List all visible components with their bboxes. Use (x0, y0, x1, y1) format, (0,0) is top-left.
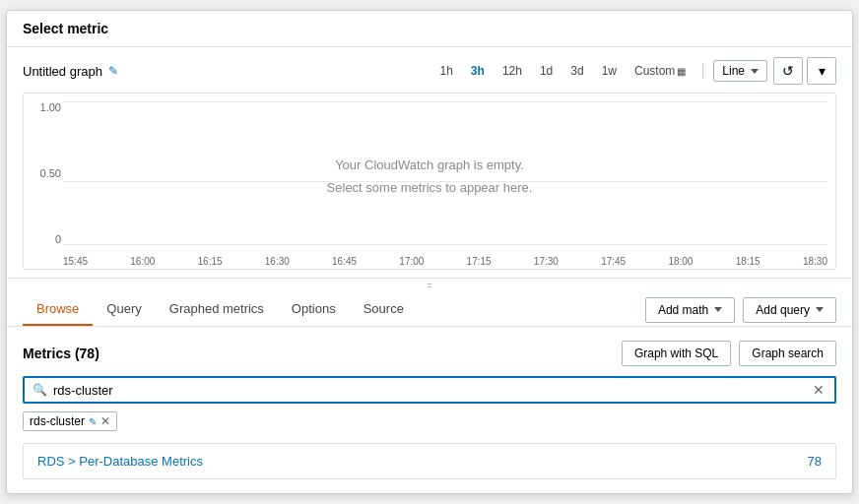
add-math-button[interactable]: Add math (645, 297, 735, 323)
x-4: 16:45 (332, 256, 357, 267)
grid-line-top (63, 101, 827, 102)
refresh-button[interactable]: ↺ (773, 57, 803, 85)
graph-search-button[interactable]: Graph search (739, 341, 836, 366)
metrics-count: (78) (75, 346, 99, 361)
chart-type-label: Line (722, 64, 745, 78)
y-axis: 1.00 0.50 0 (32, 101, 61, 245)
empty-line1: Your CloudWatch graph is empty. (327, 154, 533, 176)
result-item[interactable]: RDS > Per-Database Metrics 78 (24, 444, 835, 478)
time-controls: 1h 3h 12h 1d 3d 1w Custom ▦ (433, 61, 694, 81)
chart-container: 1.00 0.50 0 Your CloudWatch graph is emp… (23, 93, 836, 270)
time-custom[interactable]: Custom ▦ (628, 61, 693, 81)
time-1d[interactable]: 1d (533, 61, 560, 81)
empty-line2: Select some metrics to appear here. (327, 176, 533, 199)
resize-handle[interactable]: = (7, 279, 852, 293)
search-box: 🔍 ✕ (23, 376, 836, 404)
search-icon: 🔍 (33, 383, 47, 397)
divider (702, 63, 703, 79)
x-8: 17:45 (601, 256, 626, 267)
time-12h[interactable]: 12h (496, 61, 529, 81)
add-query-button[interactable]: Add query (743, 297, 836, 323)
tab-browse[interactable]: Browse (23, 293, 93, 326)
results-list: RDS > Per-Database Metrics 78 (23, 443, 836, 479)
tag-edit-icon[interactable]: ✎ (89, 416, 97, 427)
x-5: 17:00 (399, 256, 424, 267)
graph-title-area: Untitled graph ✎ (23, 64, 118, 79)
tab-graphed-metrics[interactable]: Graphed metrics (156, 293, 278, 326)
browse-content: Metrics (78) Graph with SQL Graph search… (7, 327, 852, 493)
x-axis: 15:45 16:00 16:15 16:30 16:45 17:00 17:1… (63, 256, 827, 267)
graph-title-text: Untitled graph (23, 64, 102, 79)
add-math-label: Add math (658, 303, 708, 317)
add-query-chevron (816, 307, 824, 312)
time-3d[interactable]: 3d (563, 61, 590, 81)
tabs-area: = Browse Query Graphed metrics Options S… (7, 278, 852, 493)
filter-tag-label: rds-cluster (30, 414, 85, 428)
tabs-bar: Browse Query Graphed metrics Options Sou… (7, 293, 852, 327)
graph-action-buttons: ↺ ▾ (773, 57, 836, 85)
add-math-chevron (714, 307, 722, 312)
chart-empty-message: Your CloudWatch graph is empty. Select s… (327, 154, 533, 200)
custom-label: Custom (634, 64, 675, 78)
time-1h[interactable]: 1h (433, 61, 460, 81)
tabs-list: Browse Query Graphed metrics Options Sou… (23, 293, 418, 326)
filter-tags: rds-cluster ✎ ✕ (23, 411, 836, 431)
y-max: 1.00 (32, 101, 61, 113)
time-3h[interactable]: 3h (464, 61, 492, 81)
tab-source[interactable]: Source (350, 293, 418, 326)
tab-query[interactable]: Query (93, 293, 155, 326)
x-6: 17:15 (467, 256, 492, 267)
filter-tag-rds-cluster: rds-cluster ✎ ✕ (23, 411, 117, 431)
edit-graph-title-icon[interactable]: ✎ (108, 64, 118, 78)
clear-search-button[interactable]: ✕ (811, 382, 826, 398)
calendar-icon: ▦ (677, 66, 686, 77)
metrics-action-buttons: Graph with SQL Graph search (622, 341, 836, 366)
tab-options[interactable]: Options (278, 293, 350, 326)
graph-toolbar: Untitled graph ✎ 1h 3h 12h 1d 3d 1w Cust… (23, 57, 836, 85)
search-input[interactable] (53, 383, 805, 398)
x-3: 16:30 (265, 256, 290, 267)
x-2: 16:15 (198, 256, 223, 267)
grid-line-bot (63, 244, 827, 245)
x-0: 15:45 (63, 256, 88, 267)
y-mid: 0.50 (32, 167, 61, 179)
y-min: 0 (32, 233, 61, 245)
x-7: 17:30 (534, 256, 559, 267)
x-9: 18:00 (668, 256, 693, 267)
x-1: 16:00 (130, 256, 155, 267)
add-query-label: Add query (756, 303, 810, 317)
time-1w[interactable]: 1w (595, 61, 624, 81)
modal-title: Select metric (7, 11, 852, 47)
metrics-title-text: Metrics (23, 346, 71, 361)
tag-remove-button[interactable]: ✕ (100, 415, 110, 427)
chart-type-select[interactable]: Line (713, 60, 767, 82)
graph-with-sql-button[interactable]: Graph with SQL (622, 341, 731, 366)
modal-container: Select metric Untitled graph ✎ 1h 3h 12h… (6, 10, 853, 494)
x-11: 18:30 (803, 256, 827, 267)
tabs-action-buttons: Add math Add query (645, 297, 836, 323)
result-count: 78 (808, 454, 822, 469)
x-10: 18:15 (736, 256, 760, 267)
chevron-down-icon (751, 69, 759, 74)
metrics-header: Metrics (78) Graph with SQL Graph search (23, 341, 836, 366)
result-path: RDS > Per-Database Metrics (37, 454, 203, 469)
graph-area: Untitled graph ✎ 1h 3h 12h 1d 3d 1w Cust… (7, 47, 852, 270)
more-options-button[interactable]: ▾ (807, 57, 836, 85)
metrics-title: Metrics (78) (23, 346, 99, 361)
